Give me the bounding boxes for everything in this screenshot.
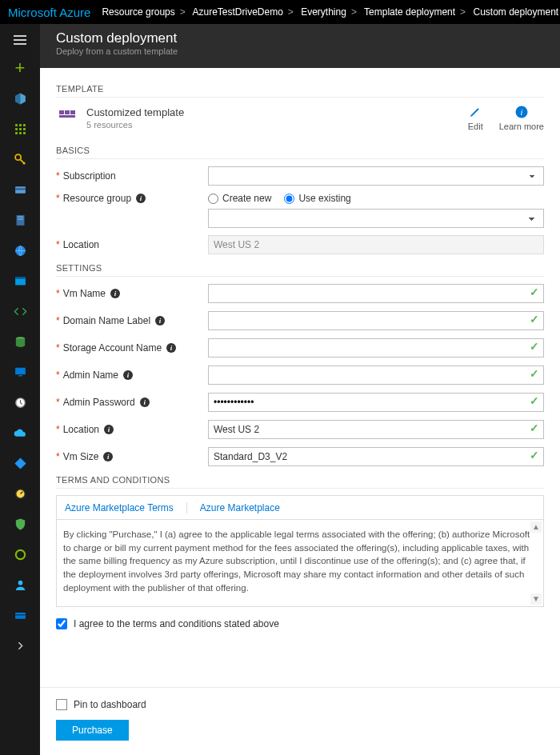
info-icon[interactable]: i	[110, 289, 120, 298]
svg-rect-7	[19, 132, 22, 134]
terms-scrollbar[interactable]: ▲ ▼	[530, 521, 542, 605]
rg-use-existing-radio[interactable]: Use existing	[284, 193, 350, 204]
clock-icon[interactable]	[0, 387, 40, 417]
info-icon[interactable]: i	[166, 343, 176, 353]
cloud-icon[interactable]	[0, 417, 40, 448]
section-settings: SETTINGS	[56, 263, 544, 277]
svg-rect-8	[23, 132, 26, 134]
admin-password-label: *Admin Passwordi	[56, 397, 208, 408]
grid-icon[interactable]	[0, 114, 40, 144]
section-basics: BASICS	[56, 146, 544, 159]
location-label: *Location	[56, 239, 208, 250]
edit-template-button[interactable]: Edit	[468, 104, 483, 131]
monitor-icon[interactable]	[0, 357, 40, 387]
globe-icon[interactable]	[0, 235, 40, 266]
svg-rect-5	[23, 128, 26, 130]
svg-text:i: i	[520, 108, 522, 117]
vm-size-label: *Vm Sizei	[56, 451, 208, 462]
terms-tab-marketplace-terms[interactable]: Azure Marketplace Terms	[63, 501, 175, 519]
svg-rect-3	[15, 128, 18, 130]
settings-location-label: *Locationi	[56, 424, 208, 435]
breadcrumb-item[interactable]: AzureTestDriveDemo	[192, 6, 282, 18]
blade-title: Custom deployment	[56, 30, 544, 46]
breadcrumb-item[interactable]: Everything	[301, 6, 346, 18]
gauge-icon[interactable]	[0, 478, 40, 509]
info-icon: i	[499, 104, 544, 120]
svg-rect-31	[70, 110, 75, 114]
diamond-icon[interactable]	[0, 448, 40, 478]
new-resource-icon[interactable]: +	[0, 53, 40, 83]
vm-name-label: *Vm Namei	[56, 288, 208, 299]
breadcrumb: Resource groups> AzureTestDriveDemo> Eve…	[102, 6, 558, 18]
domain-name-label-input[interactable]	[208, 311, 544, 330]
breadcrumb-item[interactable]: Resource groups	[102, 6, 174, 18]
svg-rect-20	[18, 375, 22, 376]
svg-point-25	[15, 549, 24, 558]
svg-rect-0	[15, 124, 18, 126]
brand-logo[interactable]: Microsoft Azure	[8, 6, 90, 19]
info-icon[interactable]: i	[140, 397, 150, 407]
blade-header: Custom deployment Deploy from a custom t…	[40, 24, 560, 68]
chevron-right-icon[interactable]	[0, 630, 40, 661]
svg-rect-19	[15, 367, 26, 374]
location-select: West US 2	[208, 235, 544, 254]
subscription-select[interactable]	[208, 166, 544, 186]
section-template: TEMPLATE	[56, 84, 544, 98]
svg-rect-30	[65, 110, 70, 114]
svg-rect-4	[19, 128, 22, 130]
server-icon[interactable]	[0, 205, 40, 235]
terms-tabs: Azure Marketplace Terms Azure Marketplac…	[56, 495, 544, 519]
creditcard-icon[interactable]	[0, 600, 40, 630]
key-icon[interactable]	[0, 144, 40, 174]
card-icon[interactable]	[0, 174, 40, 205]
info-icon[interactable]: i	[123, 370, 133, 380]
breadcrumb-item[interactable]: Template deployment	[364, 6, 455, 18]
settings-location-input[interactable]: West US 2	[208, 420, 544, 439]
code-icon[interactable]	[0, 296, 40, 326]
domain-name-label-label: *Domain Name Labeli	[56, 315, 208, 326]
terms-body: By clicking "Purchase," I (a) agree to t…	[56, 519, 544, 607]
breadcrumb-item[interactable]: Custom deployment	[473, 6, 558, 18]
shield-icon[interactable]	[0, 509, 40, 539]
circle-icon[interactable]	[0, 539, 40, 569]
svg-rect-11	[15, 188, 26, 190]
svg-rect-27	[15, 612, 26, 618]
info-icon[interactable]: i	[136, 194, 146, 203]
terms-tab-marketplace[interactable]: Azure Marketplace	[198, 501, 282, 519]
admin-name-input[interactable]	[208, 366, 544, 385]
agree-label: I agree to the terms and conditions stat…	[74, 618, 279, 629]
svg-rect-13	[17, 216, 22, 217]
section-terms: TERMS AND CONDITIONS	[56, 475, 544, 489]
info-icon[interactable]: i	[155, 316, 165, 326]
admin-name-label: *Admin Namei	[56, 370, 208, 381]
rg-create-new-radio[interactable]: Create new	[208, 193, 271, 204]
storage-account-name-input[interactable]	[208, 338, 544, 358]
subscription-label: *Subscription	[56, 170, 208, 182]
scroll-down-icon[interactable]: ▼	[530, 593, 542, 605]
database-icon[interactable]	[0, 326, 40, 357]
vm-size-input[interactable]: Standard_D3_V2	[208, 447, 544, 466]
scroll-up-icon[interactable]: ▲	[530, 521, 542, 533]
cube-icon[interactable]	[0, 83, 40, 114]
pin-dashboard-checkbox[interactable]	[56, 699, 67, 710]
resource-group-select[interactable]	[208, 209, 544, 228]
info-icon[interactable]: i	[104, 425, 114, 434]
svg-rect-32	[59, 115, 75, 118]
agree-checkbox[interactable]	[56, 618, 67, 629]
person-icon[interactable]	[0, 569, 40, 600]
window-icon[interactable]	[0, 266, 40, 296]
template-subtitle: 5 resources	[86, 120, 468, 130]
vm-name-input[interactable]	[208, 284, 544, 303]
top-bar: Microsoft Azure Resource groups> AzureTe…	[0, 0, 560, 24]
menu-toggle-icon[interactable]	[0, 27, 40, 53]
info-icon[interactable]: i	[103, 452, 113, 461]
template-name: Customized template	[86, 106, 468, 118]
admin-password-input[interactable]	[208, 393, 544, 412]
resource-group-label: *Resource groupi	[56, 193, 208, 204]
purchase-button[interactable]: Purchase	[56, 720, 129, 741]
svg-rect-29	[59, 110, 64, 114]
svg-point-26	[18, 580, 22, 585]
svg-rect-6	[15, 132, 18, 134]
svg-rect-2	[23, 124, 26, 126]
learn-more-button[interactable]: i Learn more	[499, 104, 544, 131]
